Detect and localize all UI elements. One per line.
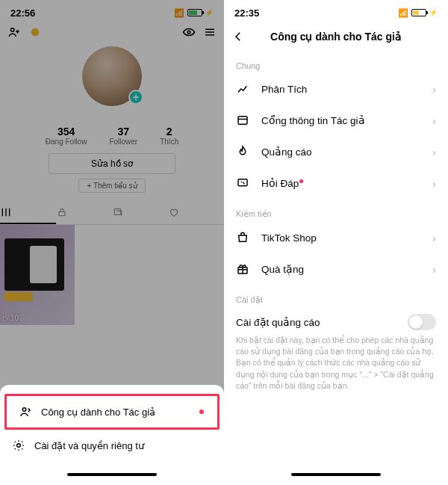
chevron-right-icon: › xyxy=(432,146,436,158)
section-monetize: Kiếm tiền xyxy=(224,199,448,222)
qa-icon xyxy=(236,176,251,190)
sheet-row-settings-privacy[interactable]: Cài đặt và quyền riêng tư xyxy=(0,430,224,461)
home-indicator xyxy=(291,473,381,476)
profile-tabs xyxy=(0,202,224,225)
gear-icon xyxy=(12,439,25,452)
chevron-right-icon: › xyxy=(432,263,436,276)
stats-row: 354 Đang Follow 37 Follower 2 Thích xyxy=(0,126,224,146)
status-bar: 22:35 📶 ⚡ xyxy=(224,0,448,21)
stat-likes[interactable]: 2 Thích xyxy=(160,126,178,146)
tab-liked[interactable] xyxy=(168,202,224,224)
ad-setting-label: Cài đặt quảng cáo xyxy=(236,316,320,328)
ad-setting-description: Khi bật cài đặt này, bạn có thể cho phép… xyxy=(224,333,448,392)
status-icons: 📶 ⚡ xyxy=(174,8,214,18)
section-general: Chung xyxy=(224,51,448,73)
row-shop[interactable]: TikTok Shop › xyxy=(224,222,448,253)
status-bar: 22:56 📶 ⚡ xyxy=(0,0,224,21)
chevron-right-icon: › xyxy=(432,177,436,190)
svg-rect-3 xyxy=(59,211,65,215)
svg-rect-4 xyxy=(114,208,120,214)
svg-rect-8 xyxy=(238,179,247,186)
avatar[interactable]: + xyxy=(82,46,142,106)
creator-tools-icon xyxy=(19,405,32,418)
signal-icon: 📶 xyxy=(398,8,408,18)
play-icon: ▷ xyxy=(3,314,9,322)
svg-point-1 xyxy=(31,28,40,37)
section-settings: Cài đặt xyxy=(224,285,448,308)
sheet-row-label: Công cụ dành cho Tác giả xyxy=(41,407,155,418)
bottom-sheet: Công cụ dành cho Tác giả Cài đặt và quyề… xyxy=(0,385,224,485)
edit-profile-button[interactable]: Sửa hồ sơ xyxy=(49,153,175,174)
coin-icon[interactable] xyxy=(28,25,42,39)
row-gifts[interactable]: Quà tặng › xyxy=(224,253,448,285)
page-title: Công cụ dành cho Tác giả xyxy=(270,31,402,43)
tab-saved[interactable] xyxy=(112,202,168,224)
flame-icon xyxy=(236,145,251,158)
profile-name xyxy=(67,25,157,39)
avatar-add-icon[interactable]: + xyxy=(128,90,143,105)
analytics-icon xyxy=(236,82,251,96)
tab-locked[interactable] xyxy=(56,202,112,224)
stat-followers[interactable]: 37 Follower xyxy=(109,126,137,146)
status-icons: 📶 ⚡ xyxy=(398,8,438,18)
views-icon[interactable] xyxy=(182,25,196,39)
tab-grid[interactable] xyxy=(0,202,56,224)
chevron-right-icon: › xyxy=(432,232,436,244)
row-analytics[interactable]: Phân Tích › xyxy=(224,73,448,105)
battery-icon xyxy=(187,9,202,16)
svg-rect-7 xyxy=(238,117,247,125)
row-ads[interactable]: Quảng cáo › xyxy=(224,136,448,167)
battery-icon xyxy=(411,9,426,16)
add-bio-button[interactable]: + Thêm tiểu sử xyxy=(78,179,146,193)
notification-dot xyxy=(299,179,303,183)
svg-point-5 xyxy=(22,408,26,412)
ad-setting-toggle[interactable] xyxy=(408,314,436,330)
svg-point-2 xyxy=(187,31,190,34)
row-qa[interactable]: Hỏi Đáp › xyxy=(224,167,448,199)
video-tile[interactable]: ▷ 10 xyxy=(0,225,75,325)
sheet-row-label: Cài đặt và quyền riêng tư xyxy=(34,440,144,451)
row-creator-portal[interactable]: Cổng thông tin Tác giả › xyxy=(224,105,448,136)
tile-views: ▷ 10 xyxy=(3,314,19,322)
status-time: 22:35 xyxy=(234,7,259,19)
stat-following[interactable]: 354 Đang Follow xyxy=(46,126,87,146)
notification-dot xyxy=(199,410,204,414)
svg-point-6 xyxy=(17,444,21,448)
gift-icon xyxy=(236,262,251,276)
charging-icon: ⚡ xyxy=(205,9,214,16)
charging-icon: ⚡ xyxy=(429,9,438,16)
sheet-row-creator-tools[interactable]: Công cụ dành cho Tác giả xyxy=(7,396,217,427)
menu-icon[interactable] xyxy=(203,25,217,39)
status-time: 22:56 xyxy=(10,7,35,19)
shop-icon xyxy=(236,231,251,244)
home-indicator xyxy=(67,473,157,476)
chevron-right-icon: › xyxy=(432,114,436,127)
chevron-right-icon: › xyxy=(432,83,436,96)
add-friend-icon[interactable] xyxy=(7,25,21,39)
profile-handle xyxy=(63,109,161,121)
signal-icon: 📶 xyxy=(174,8,184,18)
back-button[interactable] xyxy=(231,30,245,43)
portal-icon xyxy=(236,114,251,127)
svg-point-0 xyxy=(11,28,15,32)
